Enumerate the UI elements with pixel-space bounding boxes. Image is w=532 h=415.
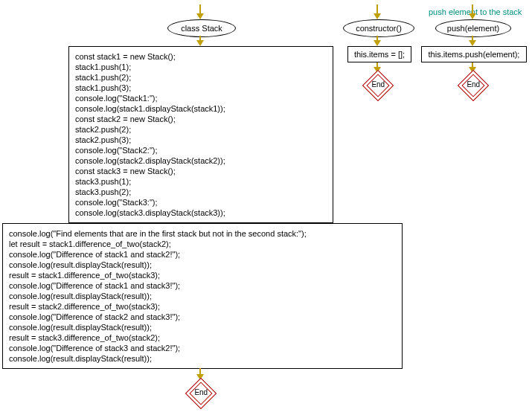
code-block-2: console.log("Find elements that are in t…	[2, 223, 403, 369]
code-2-text: console.log("Find elements that are in t…	[9, 229, 307, 363]
end-label: End	[194, 388, 208, 396]
end-label: End	[467, 80, 480, 89]
push-node: push(element)	[435, 19, 511, 37]
arrow-head-icon	[469, 13, 476, 19]
arrow-head-icon	[196, 40, 204, 46]
constructor-body: this.items = [];	[347, 46, 411, 62]
end-node-main: End	[185, 378, 217, 409]
push-label: push(element)	[447, 24, 499, 33]
arrow-head-icon	[374, 13, 381, 19]
arrow-head-icon	[469, 40, 476, 46]
constructor-node: constructor()	[343, 19, 414, 37]
end-label: End	[371, 80, 385, 89]
code-1-text: const stack1 = new Stack(); stack1.push(…	[75, 52, 225, 217]
arrow-head-icon	[374, 40, 381, 46]
push-body-text: this.items.push(element);	[429, 50, 520, 59]
class-stack-node: class Stack	[167, 19, 236, 37]
class-stack-label: class Stack	[181, 24, 222, 33]
push-body: this.items.push(element);	[421, 46, 527, 62]
constructor-body-text: this.items = [];	[354, 50, 405, 59]
arrow-head-icon	[196, 13, 204, 19]
constructor-label: constructor()	[356, 24, 402, 33]
end-node-constructor: End	[362, 70, 394, 101]
flowchart-canvas: class Stack const stack1 = new Stack(); …	[0, 0, 532, 415]
end-node-push: End	[458, 70, 489, 101]
code-block-1: const stack1 = new Stack(); stack1.push(…	[68, 46, 333, 223]
